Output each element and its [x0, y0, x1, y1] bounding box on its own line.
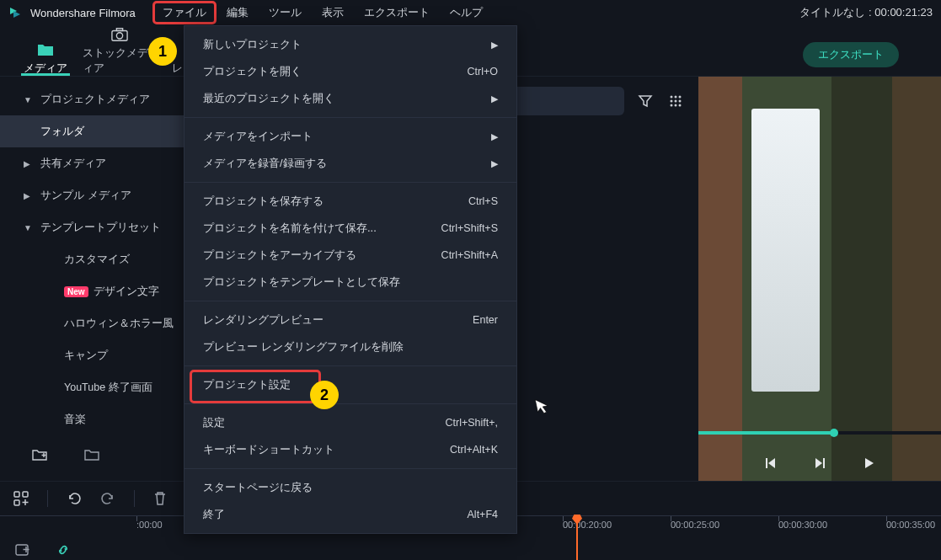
- submenu-arrow-icon: ▶: [491, 40, 498, 51]
- sidebar-item-共有メディア[interactable]: ▶共有メディア: [0, 147, 184, 179]
- menu-ツール[interactable]: ツール: [259, 1, 312, 24]
- svg-point-11: [675, 100, 677, 103]
- timeline-tick: 00:00:20:00: [563, 520, 612, 530]
- menu-item-新しいプロジェクト[interactable]: 新しいプロジェクト▶: [184, 31, 516, 58]
- sidebar-item-キャンプ[interactable]: キャンプ: [0, 339, 184, 371]
- menu-item-プロジェクトを保存する[interactable]: プロジェクトを保存するCtrl+S: [184, 188, 516, 215]
- svg-rect-18: [14, 492, 19, 497]
- menu-item-終了[interactable]: 終了Alt+F4: [184, 501, 516, 528]
- sidebar-item-ハロウィン＆ホラー風[interactable]: ハロウィン＆ホラー風: [0, 307, 184, 339]
- submenu-arrow-icon: ▶: [491, 158, 498, 169]
- sidebar-item-サンプル メディア[interactable]: ▶サンプル メディア: [0, 179, 184, 211]
- svg-point-8: [675, 96, 677, 99]
- sidebar-item-カスタマイズ[interactable]: カスタマイズ: [0, 243, 184, 275]
- menu-item-最近のプロジェクトを開く[interactable]: 最近のプロジェクトを開く▶: [184, 85, 516, 112]
- menu-item-プレビュー レンダリングファイルを削除[interactable]: プレビュー レンダリングファイルを削除: [184, 333, 516, 360]
- preview-panel: [698, 77, 941, 481]
- svg-rect-2: [116, 29, 122, 31]
- step-forward-icon[interactable]: [814, 457, 826, 469]
- menu-item-メディアを録音/録画する[interactable]: メディアを録音/録画する▶: [184, 150, 516, 177]
- menu-bar: ファイル編集ツール表示エクスポートヘルプ: [152, 1, 493, 24]
- menu-item-キーボードショートカット[interactable]: キーボードショートカットCtrl+Alt+K: [184, 436, 516, 463]
- shortcut-label: Ctrl+Shift+S: [441, 222, 498, 234]
- shortcut-label: Alt+F4: [468, 509, 498, 520]
- svg-rect-16: [766, 458, 767, 468]
- shortcut-label: Ctrl+Shift+,: [445, 417, 498, 429]
- link-icon[interactable]: [56, 542, 71, 557]
- sidebar-item-YouTube 終了画面[interactable]: YouTube 終了画面: [0, 371, 184, 403]
- playback-controls: [698, 457, 941, 469]
- menu-ファイル[interactable]: ファイル: [152, 1, 217, 24]
- sidebar-tools: [0, 435, 184, 474]
- step-back-icon[interactable]: [765, 457, 777, 469]
- shortcut-label: Ctrl+O: [468, 66, 498, 77]
- sidebar-item-プロジェクトメディア[interactable]: ▼プロジェクトメディア: [0, 83, 184, 115]
- new-folder-icon[interactable]: [30, 445, 49, 464]
- chevron-icon: ▼: [24, 95, 34, 104]
- menu-item-メディアをインポート[interactable]: メディアをインポート▶: [184, 123, 516, 150]
- svg-point-13: [671, 104, 673, 107]
- menu-ヘルプ[interactable]: ヘルプ: [440, 1, 493, 24]
- svg-point-12: [679, 100, 682, 103]
- app-name: Wondershare Filmora: [30, 7, 136, 19]
- preview-video-frame: [698, 77, 941, 481]
- add-track-icon[interactable]: [15, 543, 30, 557]
- sidebar-item-音楽[interactable]: 音楽: [0, 403, 184, 435]
- submenu-arrow-icon: ▶: [491, 93, 498, 104]
- svg-rect-19: [23, 492, 28, 497]
- tab-メディア[interactable]: メディア: [8, 29, 83, 76]
- timeline-tick: 00:00:30:00: [778, 520, 827, 530]
- export-button[interactable]: エクスポート: [803, 42, 899, 67]
- svg-rect-20: [14, 500, 19, 505]
- grid-view-icon[interactable]: [666, 92, 685, 110]
- file-menu-dropdown: 新しいプロジェクト▶プロジェクトを開くCtrl+O最近のプロジェクトを開く▶メデ…: [184, 25, 517, 534]
- svg-point-7: [671, 96, 673, 99]
- shortcut-label: Ctrl+Alt+K: [450, 444, 498, 456]
- menu-item-プロジェクトをテンプレートとして保存[interactable]: プロジェクトをテンプレートとして保存: [184, 269, 516, 296]
- folder-icon[interactable]: [83, 445, 101, 464]
- app-logo-icon: [8, 6, 22, 19]
- folder-icon: [37, 42, 54, 57]
- undo-icon[interactable]: [67, 491, 82, 506]
- camera-icon: [111, 27, 128, 42]
- menu-item-スタートページに戻る[interactable]: スタートページに戻る: [184, 474, 516, 501]
- svg-rect-17: [823, 458, 825, 468]
- submenu-arrow-icon: ▶: [491, 131, 498, 142]
- menu-item-プロジェクト設定[interactable]: プロジェクト設定: [184, 371, 516, 398]
- preview-progress[interactable]: [698, 431, 941, 435]
- delete-icon[interactable]: [153, 491, 167, 506]
- menu-item-レンダリングプレビュー[interactable]: レンダリングプレビューEnter: [184, 307, 516, 333]
- sidebar-item-フォルダ[interactable]: フォルダ: [0, 115, 184, 147]
- apps-icon[interactable]: [13, 491, 29, 506]
- media-sidebar: ▼プロジェクトメディアフォルダ▶共有メディア▶サンプル メディア▼テンプレートプ…: [0, 77, 184, 481]
- menu-表示[interactable]: 表示: [312, 1, 354, 24]
- timeline-track-header: [0, 538, 941, 560]
- svg-point-1: [116, 33, 122, 39]
- svg-point-9: [679, 96, 682, 99]
- timeline-tick: 00:00:25:00: [671, 520, 719, 530]
- menu-item-プロジェクトを開く[interactable]: プロジェクトを開くCtrl+O: [184, 58, 516, 85]
- sidebar-item-デザイン文字[interactable]: Newデザイン文字: [0, 275, 184, 307]
- filter-icon[interactable]: [636, 92, 655, 110]
- menu-item-設定[interactable]: 設定Ctrl+Shift+,: [184, 409, 516, 436]
- title-bar: Wondershare Filmora ファイル編集ツール表示エクスポートヘルプ…: [0, 0, 941, 25]
- menu-item-プロジェクトを名前を付けて保存...[interactable]: プロジェクトを名前を付けて保存...Ctrl+Shift+S: [184, 215, 516, 242]
- tab-ストックメディア[interactable]: ストックメディア: [83, 29, 157, 76]
- svg-point-15: [679, 104, 682, 107]
- menu-編集[interactable]: 編集: [217, 1, 259, 24]
- shortcut-label: Ctrl+S: [468, 195, 498, 207]
- project-title-time: タイトルなし : 00:00:21:23: [799, 5, 933, 20]
- sidebar-item-テンプレートプリセット[interactable]: ▼テンプレートプリセット: [0, 211, 184, 243]
- svg-point-14: [675, 104, 677, 107]
- chevron-icon: ▶: [24, 191, 34, 200]
- redo-icon[interactable]: [100, 491, 115, 506]
- chevron-icon: ▶: [24, 159, 34, 168]
- play-icon[interactable]: [863, 457, 874, 469]
- shortcut-label: Ctrl+Shift+A: [441, 249, 498, 261]
- menu-エクスポート[interactable]: エクスポート: [354, 1, 440, 24]
- annotation-callout-2: 2: [310, 381, 339, 409]
- timeline-playhead[interactable]: [576, 516, 578, 560]
- annotation-callout-1: 1: [148, 37, 177, 66]
- menu-item-プロジェクトをアーカイブする[interactable]: プロジェクトをアーカイブするCtrl+Shift+A: [184, 242, 516, 269]
- new-badge: New: [64, 286, 88, 297]
